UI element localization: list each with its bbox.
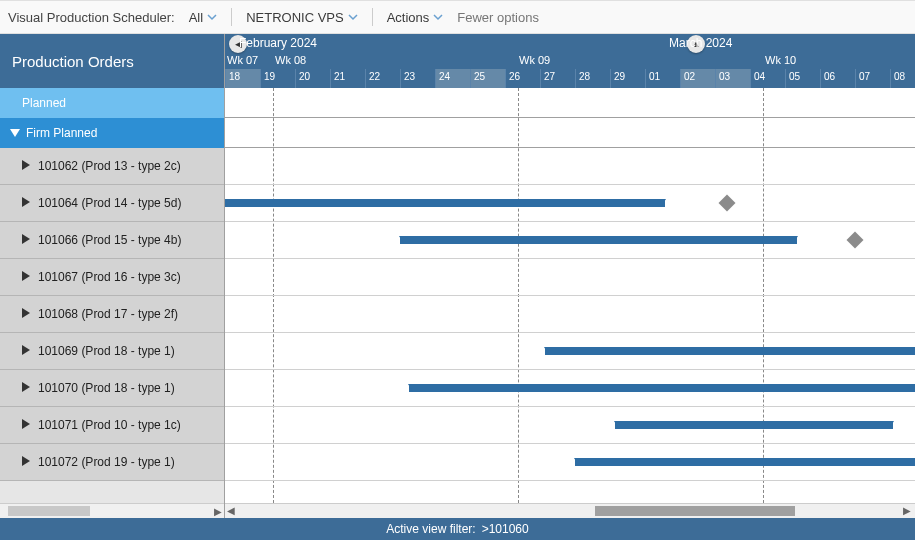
timeline-month-label: March 2024 [669, 36, 732, 50]
milestone-icon[interactable] [719, 195, 736, 212]
profile-dropdown[interactable]: NETRONIC VPS [246, 10, 358, 25]
triangle-right-icon [22, 381, 30, 395]
triangle-right-icon [22, 159, 30, 173]
scrollbar-thumb[interactable] [595, 506, 795, 516]
timeline-day-cell: 03 [715, 69, 750, 88]
triangle-right-icon [22, 418, 30, 432]
actions-dropdown[interactable]: Actions [387, 10, 444, 25]
gridline-horizontal [225, 369, 915, 370]
filter-status-label: Active view filter: [386, 522, 475, 536]
filter-dropdown-label: All [189, 10, 203, 25]
timeline-day-cell: 23 [400, 69, 435, 88]
list-item-label: 101071 (Prod 10 - type 1c) [38, 418, 181, 432]
timeline-day-cell: 01 [645, 69, 680, 88]
list-item[interactable]: 101072 (Prod 19 - type 1) [0, 444, 224, 481]
timeline-day-cell: 07 [855, 69, 890, 88]
list-item[interactable]: 101062 (Prod 13 - type 2c) [0, 148, 224, 185]
timeline-day-cell: 04 [750, 69, 785, 88]
timeline-day-cell: 06 [820, 69, 855, 88]
timeline-day-cell: 18 [225, 69, 260, 88]
fewer-options-link[interactable]: Fewer options [457, 10, 539, 25]
list-item[interactable]: 101070 (Prod 18 - type 1) [0, 370, 224, 407]
triangle-right-icon [22, 344, 30, 358]
filter-status-value: >101060 [482, 522, 529, 536]
list-item[interactable]: 101069 (Prod 18 - type 1) [0, 333, 224, 370]
list-item-label: 101067 (Prod 16 - type 3c) [38, 270, 181, 284]
sidebar: Production Orders Planned Firm Planned 1… [0, 34, 225, 518]
status-footer: Active view filter: >101060 [0, 518, 915, 540]
toolbar-separator [372, 8, 373, 26]
scrollbar-thumb[interactable] [8, 506, 90, 516]
triangle-right-icon [22, 455, 30, 469]
gridline-horizontal [225, 184, 915, 185]
timeline-day-cell: 28 [575, 69, 610, 88]
gantt-bar[interactable] [575, 458, 915, 466]
chevron-down-icon [348, 10, 358, 25]
list-item-label: 101066 (Prod 15 - type 4b) [38, 233, 181, 247]
scroll-right-icon[interactable]: ▶ [903, 505, 911, 516]
list-item-label: 101062 (Prod 13 - type 2c) [38, 159, 181, 173]
timeline-day-cell: 02 [680, 69, 715, 88]
sidebar-items: 101062 (Prod 13 - type 2c)101064 (Prod 1… [0, 148, 224, 503]
list-item-label: 101068 (Prod 17 - type 2f) [38, 307, 178, 321]
category-firm-planned[interactable]: Firm Planned [0, 118, 224, 148]
timeline-month-label: February 2024 [239, 36, 317, 50]
timeline-day-cell: 20 [295, 69, 330, 88]
timeline-day-cell: 26 [505, 69, 540, 88]
chart-h-scrollbar[interactable]: ◀ ▶ [225, 503, 915, 518]
gantt-bar[interactable] [409, 384, 915, 392]
chevron-down-icon [207, 10, 217, 25]
triangle-right-icon [22, 233, 30, 247]
toolbar-title: Visual Production Scheduler: [8, 10, 175, 25]
sidebar-title: Production Orders [0, 34, 224, 88]
timeline-day-cell: 24 [435, 69, 470, 88]
list-item[interactable]: 101066 (Prod 15 - type 4b) [0, 222, 224, 259]
gridline-horizontal [225, 443, 915, 444]
gridline-horizontal [225, 406, 915, 407]
gantt-bar[interactable] [615, 421, 893, 429]
list-item-label: 101064 (Prod 14 - type 5d) [38, 196, 181, 210]
gridline-horizontal [225, 258, 915, 259]
gridline-horizontal [225, 221, 915, 222]
sidebar-h-scrollbar[interactable]: ▶ [0, 503, 224, 518]
gantt-bar[interactable] [400, 236, 797, 244]
gantt-bar[interactable] [545, 347, 915, 355]
scroll-right-icon[interactable]: ▶ [214, 506, 222, 517]
toolbar: Visual Production Scheduler: All NETRONI… [0, 0, 915, 34]
timeline-day-cell: 21 [330, 69, 365, 88]
list-item[interactable]: 101071 (Prod 10 - type 1c) [0, 407, 224, 444]
list-item[interactable]: 101067 (Prod 16 - type 3c) [0, 259, 224, 296]
timeline-day-cell: 05 [785, 69, 820, 88]
list-item[interactable]: 101064 (Prod 14 - type 5d) [0, 185, 224, 222]
category-planned[interactable]: Planned [0, 88, 224, 118]
gantt-bar[interactable] [225, 199, 665, 207]
milestone-icon[interactable] [847, 232, 864, 249]
gantt-chart: ◀ ▲ February 2024March 2024 Wk 07Wk 08Wk… [225, 34, 915, 518]
actions-dropdown-label: Actions [387, 10, 430, 25]
gridline-horizontal [225, 295, 915, 296]
profile-dropdown-label: NETRONIC VPS [246, 10, 344, 25]
triangle-right-icon [22, 270, 30, 284]
triangle-down-icon [10, 126, 20, 140]
list-item[interactable]: 101068 (Prod 17 - type 2f) [0, 296, 224, 333]
filter-dropdown[interactable]: All [189, 10, 217, 25]
timeline-day-cell: 27 [540, 69, 575, 88]
main-area: Production Orders Planned Firm Planned 1… [0, 34, 915, 518]
list-item-label: 101069 (Prod 18 - type 1) [38, 344, 175, 358]
timeline-header: ◀ ▲ February 2024March 2024 Wk 07Wk 08Wk… [225, 34, 915, 88]
timeline-week-label: Wk 08 [275, 54, 306, 66]
timeline-day-cell: 19 [260, 69, 295, 88]
timeline-day-cell: 29 [610, 69, 645, 88]
timeline-day-cell: 22 [365, 69, 400, 88]
timeline-day-cell: 08 [890, 69, 915, 88]
category-label: Planned [22, 96, 66, 110]
triangle-right-icon [22, 307, 30, 321]
gantt-grid[interactable] [225, 88, 915, 503]
triangle-right-icon [22, 196, 30, 210]
timeline-week-label: Wk 07 [227, 54, 258, 66]
chevron-down-icon [433, 10, 443, 25]
timeline-day-cell: 25 [470, 69, 505, 88]
gridline-horizontal [225, 332, 915, 333]
category-label: Firm Planned [26, 126, 97, 140]
scroll-left-icon[interactable]: ◀ [227, 505, 235, 516]
